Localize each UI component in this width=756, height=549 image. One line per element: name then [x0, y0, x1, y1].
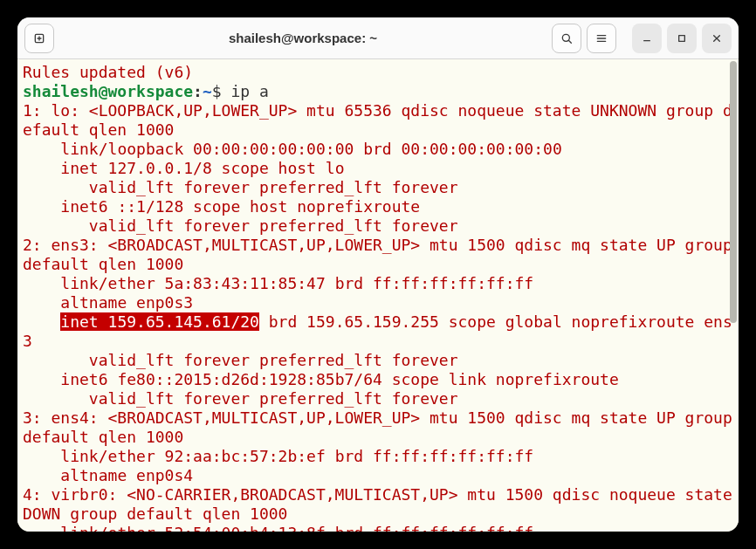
output-line: inet6 ::1/128 scope host noprefixroute [23, 197, 420, 216]
output-line: 1: lo: <LOOPBACK,UP,LOWER_UP> mtu 65536 … [23, 101, 732, 139]
output-line: valid_lft forever preferred_lft forever [23, 178, 458, 196]
output-line: altname enp0s4 [23, 466, 193, 484]
output-line: altname enp0s3 [23, 293, 193, 312]
menu-button[interactable] [587, 24, 616, 53]
window-title: shailesh@workspace: ~ [59, 31, 546, 45]
scrollbar-thumb[interactable] [730, 61, 737, 323]
output-line: link/loopback 00:00:00:00:00:00 brd 00:0… [23, 140, 562, 158]
output-line: 4: virbr0: <NO-CARRIER,BROADCAST,MULTICA… [23, 485, 739, 523]
prompt-userhost: shailesh@workspace [23, 82, 193, 100]
output-line: inet6 fe80::2015:d26d:1928:85b7/64 scope… [23, 370, 619, 388]
maximize-button[interactable] [667, 24, 697, 53]
terminal-body[interactable]: Rules updated (v6) shailesh@workspace:~$… [17, 59, 739, 532]
command-text: ip a [230, 82, 268, 100]
svg-rect-9 [679, 35, 685, 41]
highlighted-ip: inet 159.65.145.61/20 [60, 312, 259, 331]
output-line: inet 127.0.0.1/8 scope host lo [23, 159, 344, 177]
output-line: 2: ens3: <BROADCAST,MULTICAST,UP,LOWER_U… [23, 236, 739, 273]
output-line [23, 312, 60, 331]
output-line: link/ether 92:aa:bc:57:2b:ef brd ff:ff:f… [23, 447, 533, 465]
titlebar: shailesh@workspace: ~ [17, 17, 739, 59]
svg-line-4 [568, 40, 571, 43]
output-line: valid_lft forever preferred_lft forever [23, 216, 458, 235]
scrollbar[interactable] [729, 59, 738, 529]
output-line: 3: ens4: <BROADCAST,MULTICAST,UP,LOWER_U… [23, 408, 739, 446]
terminal-window: shailesh@workspace: ~ Rules updated (v6)… [17, 17, 739, 532]
output-line: Rules updated (v6) [23, 63, 193, 81]
minimize-button[interactable] [632, 24, 662, 53]
close-button[interactable] [702, 24, 732, 53]
prompt-path: ~ [203, 82, 212, 100]
prompt-colon: : [193, 82, 203, 100]
output-line: link/ether 52:54:00:b4:13:8f brd ff:ff:f… [23, 524, 533, 532]
output-line: link/ether 5a:83:43:11:85:47 brd ff:ff:f… [23, 274, 533, 292]
search-button[interactable] [552, 24, 581, 53]
new-tab-button[interactable] [24, 24, 54, 53]
output-line: valid_lft forever preferred_lft forever [23, 389, 458, 408]
output-line: valid_lft forever preferred_lft forever [23, 351, 458, 369]
prompt-dollar: $ [212, 82, 231, 100]
